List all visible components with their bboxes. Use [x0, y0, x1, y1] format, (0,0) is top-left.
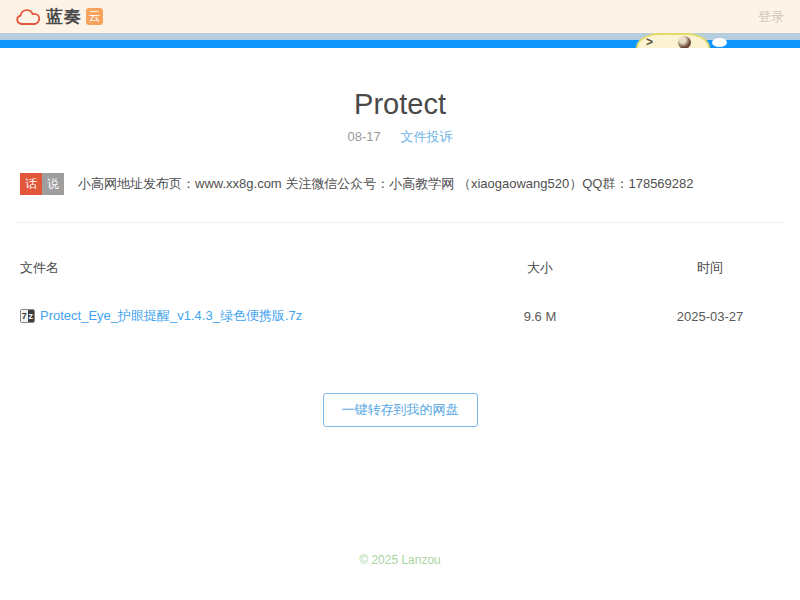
file-time: 2025-03-27 — [640, 309, 780, 324]
column-header-filename: 文件名 — [20, 259, 500, 277]
footer-copyright: © 2025 Lanzou — [0, 553, 800, 567]
file-table-header: 文件名 大小 时间 — [20, 247, 780, 289]
table-row: 7 z Protect_Eye_护眼提醒_v1.4.3_绿色便携版.7z 9.6… — [20, 289, 780, 339]
file-complaint-link[interactable]: 文件投诉 — [400, 129, 452, 144]
cloud-icon — [16, 8, 42, 26]
file-name: Protect_Eye_护眼提醒_v1.4.3_绿色便携版.7z — [40, 307, 302, 325]
column-header-size: 大小 — [500, 259, 580, 277]
transfer-to-cloud-button[interactable]: 一键转存到我的网盘 — [323, 393, 478, 427]
mascot-dot-icon — [712, 38, 727, 47]
action-row: 一键转存到我的网盘 — [20, 393, 780, 427]
file-size: 9.6 M — [500, 309, 580, 324]
mascot-beak-icon: > — [646, 35, 653, 48]
page-title: Protect — [20, 88, 780, 121]
mascot-eye-icon — [678, 36, 691, 48]
brand-name: 蓝奏 — [46, 5, 82, 28]
brand-logo[interactable]: 蓝奏 云 — [16, 5, 103, 28]
file-table: 文件名 大小 时间 7 z Protect_Eye_护眼提醒_v1.4.3_绿色… — [20, 247, 780, 339]
notice-bar: 话 说 小高网地址发布页：www.xx8g.com 关注微信公众号：小高教学网 … — [20, 173, 780, 195]
meta-row: 08-17 文件投诉 — [20, 128, 780, 146]
share-date: 08-17 — [348, 129, 381, 144]
column-header-time: 时间 — [640, 259, 780, 277]
notice-badge-primary: 话 — [20, 173, 42, 195]
main-content: Protect 08-17 文件投诉 话 说 小高网地址发布页：www.xx8g… — [0, 88, 800, 427]
brand-badge: 云 — [86, 8, 103, 25]
notice-badge-secondary: 说 — [42, 173, 64, 195]
notice-text: 小高网地址发布页：www.xx8g.com 关注微信公众号：小高教学网 （xia… — [78, 175, 694, 193]
7z-file-icon: 7 z — [20, 309, 35, 323]
login-link[interactable]: 登录 — [758, 8, 784, 26]
site-header: 蓝奏 云 登录 — [0, 0, 800, 33]
accent-bar-blue: > — [0, 40, 800, 48]
mascot-icon: > — [636, 33, 710, 48]
file-download-link[interactable]: 7 z Protect_Eye_护眼提醒_v1.4.3_绿色便携版.7z — [20, 307, 302, 325]
content-divider — [15, 222, 785, 223]
